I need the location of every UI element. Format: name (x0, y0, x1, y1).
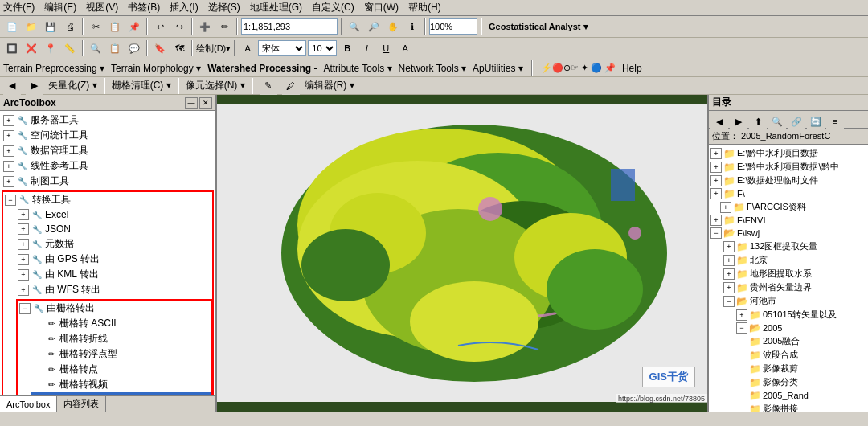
expand-raster-convert[interactable]: − (19, 303, 31, 314)
find-btn[interactable]: 🔍 (87, 39, 104, 57)
tree-item-data-mgmt[interactable]: + 🔧 数据管理工具 (2, 143, 214, 158)
expand-f-lswj[interactable]: − (710, 227, 722, 239)
save-btn[interactable]: 💾 (42, 18, 59, 35)
cat-up-btn[interactable]: ⬆ (749, 113, 767, 130)
redo-btn[interactable]: ↪ (170, 18, 188, 35)
cat-item-img-mosaic[interactable]: 📁 影像拼接 (749, 402, 866, 412)
edit-icon1[interactable]: ✎ (260, 77, 277, 95)
undo-btn[interactable]: ↩ (151, 18, 169, 35)
paste-btn[interactable]: 📌 (125, 18, 143, 35)
cut-btn[interactable]: ✂ (87, 18, 104, 35)
tab-arctoolbox[interactable]: ArcToolbox (0, 396, 57, 412)
cat-item-e-guizhou1[interactable]: + 📁 E:\黔中水利项目数据 (710, 146, 866, 160)
identify-btn[interactable]: ℹ (403, 18, 421, 35)
cat-item-hechi[interactable]: − 📂 河池市 (723, 294, 866, 308)
underline-btn[interactable]: U (377, 39, 395, 57)
expand-convert[interactable]: − (5, 195, 16, 206)
font-color-btn[interactable]: A (396, 39, 414, 57)
expand-gps[interactable]: + (18, 254, 29, 265)
expand-excel[interactable]: + (18, 209, 29, 220)
expand-kml[interactable]: + (18, 269, 29, 281)
network-tools-menu[interactable]: Network Tools ▾ (399, 63, 466, 74)
cat-item-img-clip[interactable]: 📁 影像裁剪 (749, 362, 866, 375)
tree-item-raster-ascii[interactable]: ✏ 栅格转 ASCII (31, 316, 211, 331)
aputilities-menu[interactable]: ApUtilities ▾ (473, 63, 523, 74)
expand-f-envi[interactable]: + (710, 215, 722, 226)
tree-item-kml[interactable]: + 🔧 由 KML 转出 (16, 267, 212, 282)
html-popup-btn[interactable]: 💬 (125, 39, 143, 57)
cat-item-guizhou-boundary[interactable]: + 📁 贵州省矢量边界 (723, 281, 866, 294)
right-arrow-btn[interactable]: ▶ (26, 77, 43, 95)
attr-tools-menu[interactable]: Attribute Tools ▾ (323, 63, 391, 74)
cat-item-051015[interactable]: + 📁 051015转矢量以及 (736, 308, 866, 322)
expand-beijing[interactable]: + (723, 255, 735, 266)
tree-item-wfs[interactable]: + 🔧 由 WFS 转出 (16, 282, 212, 297)
cat-refresh-btn[interactable]: 🔄 (807, 113, 825, 130)
expand-edataproc[interactable]: + (710, 175, 722, 186)
cat-item-f-lswj[interactable]: − 📂 F\lswj (710, 227, 866, 240)
expand-wfs[interactable]: + (18, 285, 29, 296)
cat-item-f-arcgis[interactable]: + 📁 F\ARCGIS资料 (710, 200, 866, 214)
cat-item-f-envi[interactable]: + 📁 F\ENVI (710, 214, 866, 227)
expand-guizhouboundary[interactable]: + (723, 282, 735, 293)
cat-item-img-classify[interactable]: 📁 影像分类 (749, 375, 866, 389)
zoom-in-btn[interactable]: 🔍 (346, 18, 363, 35)
expand-datamgmt[interactable]: + (3, 145, 14, 157)
editor-menu[interactable]: 编辑器(R) ▾ (305, 79, 354, 92)
print-btn[interactable]: 🖨 (61, 18, 79, 35)
tree-item-raster-convert[interactable]: − 🔧 由栅格转出 (18, 301, 211, 316)
tree-item-metadata[interactable]: + 🔧 元数据 (16, 236, 212, 252)
zoom-out-btn[interactable]: 🔎 (365, 18, 383, 35)
expand-cartography[interactable]: + (3, 176, 14, 187)
cat-item-2005[interactable]: − 📂 2005 (736, 322, 866, 334)
tree-item-server-tools[interactable]: + 🔧 服务器工具 (2, 113, 214, 128)
copy-btn[interactable]: 📋 (106, 18, 124, 35)
cat-item-e-guizhou2[interactable]: + 📁 E:\黔中水利项目数据\黔中 (710, 160, 866, 174)
tree-item-spatial-stats[interactable]: + 🔧 空间统计工具 (2, 128, 214, 143)
expand-metadata[interactable]: + (18, 239, 29, 250)
menu-help[interactable]: 帮助(H) (408, 1, 441, 14)
bookmarks-btn[interactable]: 🔖 (151, 39, 169, 57)
edit-icon2[interactable]: 🖊 (282, 77, 300, 95)
map-area[interactable]: GIS干货 https://blog.csdn.net/73805 (217, 95, 707, 412)
watershed-proc-menu[interactable]: Watershed Processing - (207, 63, 317, 74)
close-panel-btn[interactable]: ✕ (199, 97, 212, 109)
pan-btn[interactable]: ✋ (384, 18, 402, 35)
cat-item-topo-water[interactable]: + 📁 地形图提取水系 (723, 267, 866, 281)
cat-connect-btn[interactable]: 🔗 (788, 113, 805, 130)
cat-item-f[interactable]: + 📁 F\ (710, 187, 866, 200)
cat-forward-btn[interactable]: ▶ (730, 113, 747, 130)
tree-item-raster-video[interactable]: ✏ 栅格转视频 (31, 377, 211, 392)
menu-file[interactable]: 文件(F) (3, 1, 35, 14)
tree-item-cartography[interactable]: + 🔧 制图工具 (2, 174, 214, 189)
tree-item-raster-float[interactable]: ✏ 栅格转浮点型 (31, 346, 211, 362)
zoom-percent[interactable] (429, 18, 477, 35)
cat-view-btn[interactable]: ≡ (826, 113, 844, 130)
menu-view[interactable]: 视图(V) (86, 1, 118, 14)
tree-item-excel[interactable]: + 🔧 Excel (16, 207, 212, 222)
cat-item-2005-fusion[interactable]: 📁 2005融合 (749, 334, 866, 348)
expand-f[interactable]: + (710, 188, 722, 199)
menu-bookmark[interactable]: 书签(B) (128, 1, 160, 14)
expand-2005[interactable]: − (736, 322, 747, 334)
expand-132frame[interactable]: + (723, 241, 735, 252)
editor-btn[interactable]: ✏ (215, 18, 233, 35)
expand-e-gui2[interactable]: + (710, 162, 722, 173)
menu-insert[interactable]: 插入(I) (170, 1, 198, 14)
expand-hechi[interactable]: − (723, 296, 735, 307)
tree-item-raster-polyline[interactable]: ✏ 栅格转折线 (31, 331, 211, 346)
minimize-panel-btn[interactable]: — (185, 97, 198, 109)
tree-item-raster-point[interactable]: ✏ 栅格转点 (31, 362, 211, 377)
measure-btn[interactable]: 📏 (61, 39, 79, 57)
menu-window[interactable]: 窗口(W) (364, 1, 399, 14)
expand-topowater[interactable]: + (723, 268, 735, 280)
tree-item-convert-tools[interactable]: − 🔧 转换工具 (3, 192, 212, 207)
text-btn[interactable]: A (239, 39, 256, 57)
cat-search-btn[interactable]: 🔍 (768, 113, 786, 130)
draw-label[interactable]: 绘制(D)▾ (196, 43, 231, 55)
attr-btn[interactable]: 📋 (106, 39, 124, 57)
cell-select-menu[interactable]: 像元选择(N) ▾ (186, 79, 245, 92)
expand-e-gui1[interactable]: + (710, 148, 722, 159)
help-menu[interactable]: Help (622, 63, 642, 74)
font-size-select[interactable]: 10 (308, 40, 337, 56)
